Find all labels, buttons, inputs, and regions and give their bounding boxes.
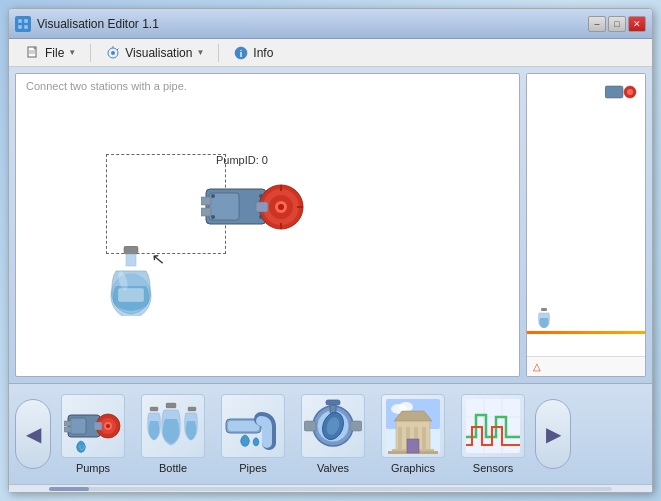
bottle-icon-container	[141, 394, 205, 458]
svg-point-28	[211, 194, 215, 198]
svg-rect-37	[605, 86, 623, 98]
menu-bar: File ▼ Visualisation ▼ i	[9, 39, 652, 67]
svg-rect-0	[18, 19, 22, 23]
toolbar-item-graphics[interactable]: Graphics	[375, 390, 451, 478]
svg-rect-52	[188, 407, 196, 411]
maximize-button[interactable]: □	[608, 16, 626, 32]
svg-rect-32	[124, 246, 138, 254]
svg-rect-62	[350, 421, 362, 431]
svg-rect-27	[256, 202, 268, 212]
close-button[interactable]: ✕	[628, 16, 646, 32]
svg-rect-16	[201, 197, 211, 205]
svg-rect-44	[64, 427, 71, 432]
main-content: Connect two stations with a pipe. PumpID…	[9, 67, 652, 383]
svg-rect-58	[326, 400, 340, 405]
svg-rect-2	[18, 25, 22, 29]
svg-text:i: i	[240, 49, 243, 59]
svg-rect-75	[407, 439, 419, 453]
menu-info-label: Info	[253, 46, 273, 60]
svg-rect-43	[64, 421, 71, 426]
toolbar-item-sensors[interactable]: Sensors	[455, 390, 531, 478]
toolbar-nav-left[interactable]: ◀	[15, 399, 51, 469]
cursor-pointer: ↖	[150, 248, 165, 268]
svg-point-30	[259, 194, 263, 198]
svg-rect-36	[118, 288, 144, 302]
svg-rect-49	[94, 422, 102, 430]
svg-point-31	[259, 215, 263, 219]
bottle-graphic[interactable]	[106, 246, 156, 316]
svg-rect-71	[422, 427, 426, 451]
toolbar-nav-right[interactable]: ▶	[535, 399, 571, 469]
svg-rect-3	[24, 25, 28, 29]
valves-icon-container	[301, 394, 365, 458]
minimap: △	[526, 73, 646, 377]
pumps-icon-container	[61, 394, 125, 458]
toolbar-items-row: ◀	[9, 384, 652, 484]
file-icon	[25, 46, 41, 60]
pump-graphic[interactable]	[201, 169, 311, 239]
svg-rect-42	[70, 418, 86, 434]
valves-label: Valves	[317, 462, 349, 474]
graphics-icon-container	[381, 394, 445, 458]
warning-triangle: △	[533, 361, 541, 372]
sensors-icon-container	[461, 394, 525, 458]
minimap-canvas	[527, 74, 645, 356]
svg-point-9	[111, 51, 115, 55]
file-arrow: ▼	[68, 48, 76, 57]
main-window: Visualisation Editor 1.1 – □ ✕ File ▼	[8, 8, 653, 493]
sensors-label: Sensors	[473, 462, 513, 474]
menu-info[interactable]: i Info	[225, 43, 281, 63]
menu-sep-2	[218, 44, 219, 62]
svg-rect-54	[228, 421, 259, 431]
minimize-button[interactable]: –	[588, 16, 606, 32]
toolbar-item-pumps[interactable]: Pumps	[55, 390, 131, 478]
minimap-warning: △	[527, 356, 645, 376]
svg-rect-40	[541, 308, 547, 311]
svg-rect-33	[126, 254, 136, 266]
menu-sep-1	[90, 44, 91, 62]
svg-rect-61	[304, 421, 316, 431]
svg-rect-51	[166, 403, 176, 408]
svg-point-29	[211, 215, 215, 219]
pump-id-label: PumpID: 0	[216, 154, 268, 166]
vis-arrow: ▼	[196, 48, 204, 57]
toolbar-item-bottle[interactable]: Bottle	[135, 390, 211, 478]
svg-rect-50	[150, 407, 158, 411]
canvas-area[interactable]: Connect two stations with a pipe. PumpID…	[15, 73, 520, 377]
svg-rect-68	[398, 427, 402, 451]
app-icon	[15, 16, 31, 32]
pipes-label: Pipes	[239, 462, 267, 474]
window-title: Visualisation Editor 1.1	[37, 17, 588, 31]
scrollbar-thumb[interactable]	[49, 487, 89, 491]
menu-file-label: File	[45, 46, 64, 60]
minimap-line	[527, 331, 645, 334]
svg-rect-17	[201, 208, 211, 216]
graphics-label: Graphics	[391, 462, 435, 474]
toolbar-area: ◀	[9, 383, 652, 492]
vis-icon	[105, 46, 121, 60]
svg-point-39	[627, 89, 633, 95]
menu-file[interactable]: File ▼	[17, 43, 84, 63]
pumps-label: Pumps	[76, 462, 110, 474]
title-bar: Visualisation Editor 1.1 – □ ✕	[9, 9, 652, 39]
svg-point-48	[106, 424, 110, 428]
toolbar-item-valves[interactable]: Valves	[295, 390, 371, 478]
bottle-label: Bottle	[159, 462, 187, 474]
svg-point-66	[399, 402, 413, 412]
pipes-icon-container	[221, 394, 285, 458]
svg-rect-1	[24, 19, 28, 23]
scrollbar-track[interactable]	[49, 487, 612, 491]
menu-vis-label: Visualisation	[125, 46, 192, 60]
canvas-hint: Connect two stations with a pipe.	[26, 80, 187, 92]
toolbar-scrollbar[interactable]	[9, 484, 652, 492]
toolbar-item-pipes[interactable]: Pipes	[215, 390, 291, 478]
menu-visualisation[interactable]: Visualisation ▼	[97, 43, 212, 63]
svg-line-11	[117, 48, 119, 50]
svg-point-22	[278, 204, 284, 210]
info-icon: i	[233, 46, 249, 60]
window-controls: – □ ✕	[588, 16, 646, 32]
